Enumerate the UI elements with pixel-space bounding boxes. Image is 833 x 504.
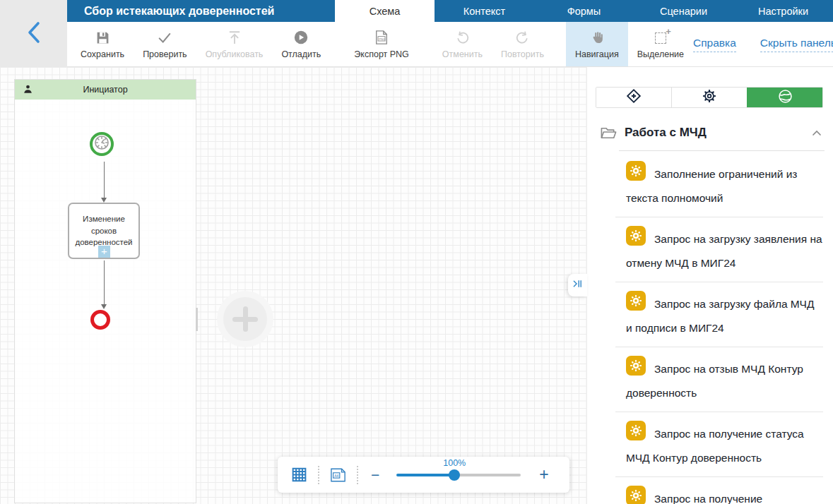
export-png-button[interactable]: PNG Экспорт PNG xyxy=(338,22,425,66)
tab-context[interactable]: Контекст xyxy=(435,0,534,22)
list-item-label: Запрос на получение статуса МЧД Контур д… xyxy=(626,428,804,464)
divider xyxy=(318,466,319,484)
list-item-label: Заполнение ограничений из текста полномо… xyxy=(626,168,797,204)
list-item[interactable]: Заполнение ограничений из текста полномо… xyxy=(615,152,823,217)
play-icon xyxy=(293,30,309,45)
title-bar: Сбор истекающих доверенностей Схема Конт… xyxy=(67,0,833,22)
divider xyxy=(619,150,825,151)
help-link[interactable]: Справка xyxy=(693,37,736,52)
list-item[interactable]: Запрос на отзыв МЧД Контур доверенность xyxy=(615,347,823,412)
gear-chip-icon xyxy=(626,486,646,504)
gear-chip-icon xyxy=(626,421,646,440)
svg-text:A4: A4 xyxy=(334,474,338,477)
list-item-label: Запрос на получение xyxy=(654,493,762,504)
chevron-up-icon[interactable] xyxy=(812,126,822,139)
gear-chip-icon xyxy=(626,161,646,181)
check-button[interactable]: Проверить xyxy=(134,22,196,66)
zoom-controls: A4 − 100% + xyxy=(278,457,569,493)
slider-track-empty xyxy=(454,474,521,476)
tab-settings-gear[interactable] xyxy=(671,88,747,107)
tab-schema[interactable]: Схема xyxy=(335,0,435,22)
list-item-label: Запрос на отзыв МЧД Контур доверенность xyxy=(626,363,803,399)
list-item[interactable]: Запрос на получение статуса МЧД Контур д… xyxy=(615,412,823,477)
section-work-with-mchd[interactable]: Работа с МЧД xyxy=(600,125,822,140)
slider-thumb[interactable] xyxy=(449,469,460,481)
sequence-flow[interactable] xyxy=(104,260,105,305)
redo-icon xyxy=(515,30,530,45)
zoom-slider[interactable]: 100% xyxy=(396,474,521,476)
section-title: Работа с МЧД xyxy=(625,126,812,140)
tab-elements[interactable] xyxy=(596,88,671,107)
svg-text:PNG: PNG xyxy=(379,37,385,40)
arrowhead xyxy=(101,198,107,203)
png-file-icon: PNG xyxy=(374,30,389,45)
lane-resize-handle[interactable] xyxy=(196,308,198,331)
sequence-flow[interactable] xyxy=(104,162,105,198)
gear-chip-icon xyxy=(626,356,646,376)
redo-button[interactable]: Повторить xyxy=(492,22,553,66)
person-icon xyxy=(22,83,34,97)
debug-button[interactable]: Отладить xyxy=(272,22,330,66)
selection-tool-button[interactable]: + Выделение xyxy=(628,22,693,66)
list-item-label: Запрос на загрузку файла МЧД и подписи в… xyxy=(626,298,814,334)
back-button[interactable] xyxy=(0,0,67,67)
hide-panel-link[interactable]: Скрыть панель xyxy=(760,37,833,52)
list-item[interactable]: Запрос на загрузку заявления на отмену М… xyxy=(615,217,823,282)
zoom-level: 100% xyxy=(440,458,468,468)
palette-tabs xyxy=(596,87,823,108)
grid-toggle-button[interactable] xyxy=(290,466,308,484)
collapse-right-icon xyxy=(572,279,583,292)
arrowhead xyxy=(101,304,107,309)
undo-button[interactable]: Отменить xyxy=(433,22,492,66)
save-button[interactable]: Сохранить xyxy=(71,22,134,66)
diagram-canvas[interactable]: Инициатор Изменение сроков доверенностей… xyxy=(0,67,586,504)
gear-chip-icon xyxy=(626,226,646,246)
save-icon xyxy=(95,30,110,45)
hand-icon xyxy=(590,30,604,45)
chevron-left-icon xyxy=(25,20,43,47)
list-item-label: Запрос на загрузку заявления на отмену М… xyxy=(626,233,822,269)
end-event[interactable] xyxy=(90,310,110,330)
slider-track-filled xyxy=(396,474,454,476)
publish-icon xyxy=(227,30,242,45)
page-title: Сбор истекающих доверенностей xyxy=(67,0,335,22)
list-item[interactable]: Запрос на загрузку файла МЧД и подписи в… xyxy=(615,282,823,347)
divider xyxy=(357,466,358,484)
tab-scenarios[interactable]: Сценарии xyxy=(634,0,733,22)
tab-settings[interactable]: Настройки xyxy=(733,0,833,22)
lane-title: Инициатор xyxy=(83,85,127,95)
clock-icon xyxy=(93,133,111,155)
navigation-tool-button[interactable]: Навигация xyxy=(566,22,628,66)
tab-integrations[interactable] xyxy=(747,88,822,107)
process-list: Заполнение ограничений из текста полномо… xyxy=(587,152,833,504)
start-timer-event[interactable] xyxy=(90,132,114,156)
undo-icon xyxy=(455,30,470,45)
selection-icon: + xyxy=(655,30,666,45)
zoom-in-button[interactable]: + xyxy=(536,467,551,483)
plus-icon xyxy=(223,297,267,341)
diamond-plus-icon xyxy=(626,88,642,107)
zoom-out-button[interactable]: − xyxy=(368,467,382,482)
toolbar: Сохранить Проверить Опубликовать Отладит… xyxy=(67,22,833,67)
panel-collapse-handle[interactable] xyxy=(568,274,587,296)
publish-button[interactable]: Опубликовать xyxy=(196,22,273,66)
folder-open-icon xyxy=(600,125,618,140)
add-element-button[interactable] xyxy=(217,291,273,347)
list-item[interactable]: Запрос на получение xyxy=(615,477,823,504)
gear-chip-icon xyxy=(626,291,646,311)
lane-header[interactable]: Инициатор xyxy=(15,80,196,100)
fit-page-button[interactable]: A4 xyxy=(329,467,347,483)
globe-icon xyxy=(777,88,793,107)
check-icon xyxy=(157,30,172,45)
task-add-button[interactable]: + xyxy=(98,246,110,258)
gear-icon xyxy=(702,88,717,107)
right-panel: Работа с МЧД Заполнение ограничений из т… xyxy=(586,67,833,504)
tab-forms[interactable]: Формы xyxy=(534,0,634,22)
